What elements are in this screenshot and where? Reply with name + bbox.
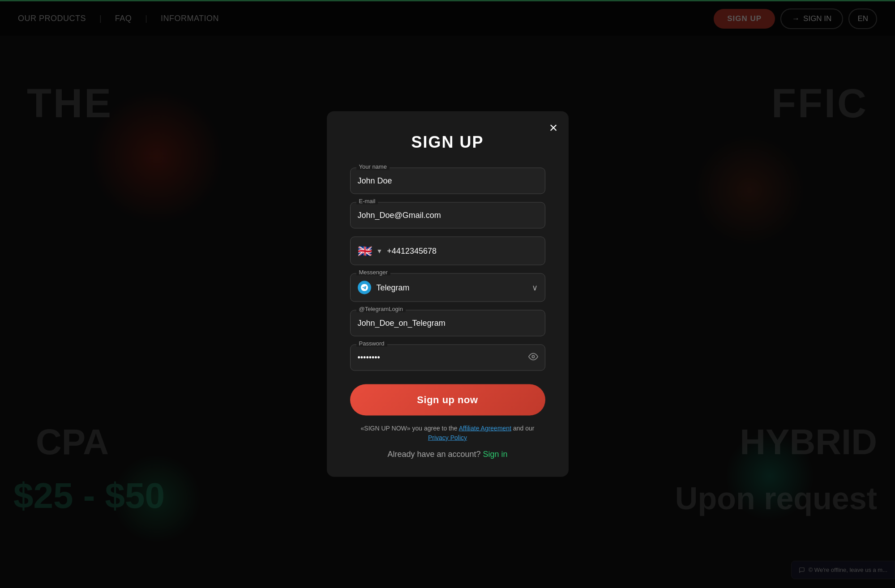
name-field-group: Your name: [350, 168, 545, 194]
password-wrapper: [350, 345, 545, 371]
phone-field-group: 🇬🇧 ▼: [350, 237, 545, 265]
messenger-field-group: Messenger Telegram ∨: [350, 273, 545, 302]
password-field-group: Password: [350, 345, 545, 371]
telegram-icon: [358, 281, 371, 294]
affiliate-agreement-link[interactable]: Affiliate Agreement: [459, 425, 511, 432]
close-button[interactable]: ×: [549, 120, 558, 135]
sign-in-link[interactable]: Sign in: [483, 450, 508, 459]
svg-point-0: [532, 355, 535, 358]
password-label: Password: [356, 340, 387, 347]
messenger-dropdown[interactable]: Telegram ∨: [350, 273, 545, 302]
telegram-login-label: @TelegramLogin: [356, 306, 406, 312]
signup-submit-button[interactable]: Sign up now: [350, 384, 545, 416]
telegram-login-input[interactable]: [350, 310, 545, 337]
email-label: E-mail: [356, 198, 378, 205]
messenger-value: Telegram: [377, 283, 410, 292]
telegram-login-field-group: @TelegramLogin: [350, 310, 545, 337]
modal-title: SIGN UP: [350, 133, 545, 152]
name-input[interactable]: [350, 168, 545, 194]
signup-modal: × SIGN UP Your name E-mail 🇬🇧 ▼ Messenge…: [327, 111, 569, 477]
already-account-text: Already have an account? Sign in: [350, 450, 545, 459]
email-field-group: E-mail: [350, 202, 545, 229]
messenger-label: Messenger: [356, 269, 390, 276]
phone-dropdown-icon[interactable]: ▼: [377, 247, 383, 255]
password-toggle-button[interactable]: [528, 352, 538, 364]
name-label: Your name: [356, 163, 390, 170]
privacy-policy-link[interactable]: Privacy Policy: [428, 434, 467, 441]
chevron-down-icon: ∨: [532, 283, 538, 293]
terms-text: «SIGN UP NOW» you agree to the Affiliate…: [350, 424, 545, 443]
password-input[interactable]: [350, 345, 545, 371]
email-input[interactable]: [350, 202, 545, 229]
flag-uk-icon: 🇬🇧: [358, 245, 372, 257]
messenger-selected: Telegram: [358, 281, 410, 294]
phone-input[interactable]: [387, 246, 537, 256]
